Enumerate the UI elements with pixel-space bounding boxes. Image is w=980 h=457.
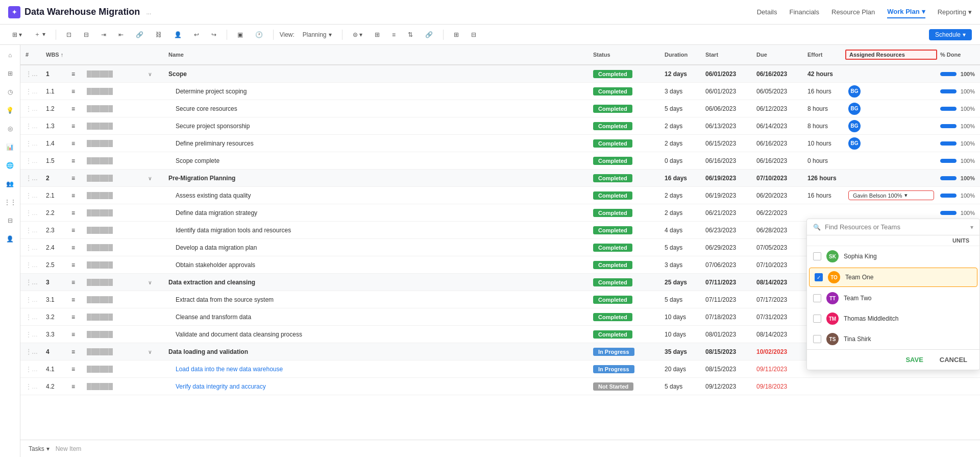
drag-handle[interactable]: ⋮⋮ 3 xyxy=(22,88,43,95)
sort-btn[interactable]: ⇅ xyxy=(404,29,417,40)
name-cell: Obtain stakeholder approvals xyxy=(165,261,590,269)
sidebar-lightbulb-icon[interactable]: 💡 xyxy=(4,104,16,116)
status-cell: Completed xyxy=(590,191,662,200)
drag-handle[interactable]: ⋮⋮ 13 xyxy=(22,261,43,269)
drag-handle[interactable]: ⋮⋮ 15 xyxy=(22,296,43,303)
drag-handle[interactable]: ⋮⋮ 6 xyxy=(22,140,43,147)
assigned-cell[interactable]: Gavin Belson 100% ▾ xyxy=(845,190,937,200)
gavin-tag[interactable]: Gavin Belson 100% ▾ xyxy=(848,190,934,200)
sidebar-clock-icon[interactable]: ◷ xyxy=(4,86,16,98)
icon-cell: ≡ xyxy=(68,88,84,95)
link2-btn[interactable]: 🔗 xyxy=(421,29,437,40)
gavin-dropdown-icon[interactable]: ▾ xyxy=(904,192,908,199)
sidebar-globe-icon[interactable]: 🌐 xyxy=(4,159,16,172)
sidebar-chart-icon[interactable]: 📊 xyxy=(4,141,16,153)
nav-work-plan[interactable]: Work Plan ▾ xyxy=(887,6,925,18)
add-btn[interactable]: ＋ ▾ xyxy=(30,28,49,41)
outdent-btn[interactable]: ⇤ xyxy=(114,29,128,40)
sidebar-stack-icon[interactable]: ⊟ xyxy=(4,214,16,227)
row-height-btn[interactable]: ≡ xyxy=(388,29,400,40)
status-cell: Completed xyxy=(590,87,662,95)
sophia-label: Sophia King xyxy=(844,253,877,260)
icon-cell: ≡ xyxy=(68,331,84,338)
drag-handle[interactable]: ⋮⋮ 2 xyxy=(22,70,43,78)
table-row: ⋮⋮ 4 1.2 ≡ ██████ Secure core resources … xyxy=(20,100,980,117)
nav-reporting[interactable]: Reporting ▾ xyxy=(938,6,972,18)
thomas-checkbox[interactable] xyxy=(813,315,821,323)
due-cell: 07/05/2023 xyxy=(753,244,804,251)
chain-btn[interactable]: ⛓ xyxy=(152,29,166,40)
drag-handle[interactable]: ⋮⋮ 18 xyxy=(22,348,43,355)
sep2 xyxy=(227,30,227,40)
drag-handle[interactable]: ⋮⋮ 8 xyxy=(22,175,43,182)
expand-btn[interactable]: ⊡ xyxy=(62,29,76,40)
drag-handle[interactable]: ⋮⋮ 14 xyxy=(22,279,43,286)
sophia-checkbox[interactable] xyxy=(813,252,821,260)
drag-handle[interactable]: ⋮⋮ 19 xyxy=(22,366,43,373)
drag-handle[interactable]: ⋮⋮ 4 xyxy=(22,105,43,112)
expand-cell[interactable]: ∨ xyxy=(145,175,165,182)
filter-btn[interactable]: ⊜ ▾ xyxy=(349,29,366,40)
sidebar-location-icon[interactable]: ◎ xyxy=(4,123,16,135)
save-button[interactable]: SAVE xyxy=(899,354,929,366)
tasks-dropdown-btn[interactable]: Tasks ▾ xyxy=(29,445,50,452)
new-item-btn[interactable]: New Item xyxy=(56,445,82,452)
team-two-checkbox[interactable] xyxy=(813,294,821,302)
task-btn[interactable]: ▣ xyxy=(233,29,247,40)
dropdown-item-sophia[interactable]: SK Sophia King xyxy=(807,246,979,267)
dropdown-item-tina[interactable]: TS Tina Shirk xyxy=(807,329,979,349)
status-cell: Completed xyxy=(590,296,662,304)
schedule-btn[interactable]: Schedule ▾ xyxy=(929,29,972,40)
effort-cell: 10 hours xyxy=(804,140,845,147)
columns-btn[interactable]: ⊞ xyxy=(371,29,384,40)
due-cell: 06/16/2023 xyxy=(753,70,804,78)
clock-btn[interactable]: 🕐 xyxy=(251,29,267,40)
link-btn[interactable]: 🔗 xyxy=(132,29,148,40)
start-cell: 06/23/2023 xyxy=(702,227,753,234)
assigned-cell: BG xyxy=(845,85,937,98)
drag-handle[interactable]: ⋮⋮ 10 xyxy=(22,209,43,217)
export-btn[interactable]: ⊟ xyxy=(467,29,480,40)
table-btn[interactable]: ⊞ xyxy=(450,29,463,40)
cancel-button[interactable]: CANCEL xyxy=(934,354,973,366)
sidebar-grid-icon[interactable]: ⊞ xyxy=(4,67,16,80)
nav-financials[interactable]: Financials xyxy=(789,6,819,18)
dropdown-item-thomas[interactable]: TM Thomas Middleditch xyxy=(807,308,979,329)
view-select-btn[interactable]: Planning ▾ xyxy=(299,29,336,40)
team-one-avatar: TO xyxy=(828,271,840,283)
expand-cell[interactable]: ∨ xyxy=(145,70,165,78)
drag-handle[interactable]: ⋮⋮ 11 xyxy=(22,227,43,234)
tasks-label: Tasks xyxy=(29,445,44,452)
tina-checkbox[interactable] xyxy=(813,335,821,343)
expand-cell[interactable]: ∨ xyxy=(145,279,165,286)
drag-handle[interactable]: ⋮⋮ 5 xyxy=(22,123,43,130)
indent-btn[interactable]: ⇥ xyxy=(97,29,110,40)
grid-view-btn[interactable]: ⊞ ▾ xyxy=(8,29,26,40)
resource-search-input[interactable] xyxy=(825,223,966,231)
start-cell: 08/15/2023 xyxy=(702,348,753,355)
sidebar-apps-icon[interactable]: ⋮⋮ xyxy=(4,196,16,208)
icon-cell: ≡ xyxy=(68,123,84,130)
expand-cell[interactable]: ∨ xyxy=(145,348,165,355)
sidebar-person-icon[interactable]: 👤 xyxy=(4,233,16,245)
th-status: Status xyxy=(590,52,662,58)
redo-btn[interactable]: ↪ xyxy=(207,29,220,40)
sidebar-home-icon[interactable]: ⌂ xyxy=(4,49,16,61)
status-cell: Completed xyxy=(590,70,662,78)
drag-handle[interactable]: ⋮⋮ 12 xyxy=(22,244,43,251)
dropdown-item-team-two[interactable]: TT Team Two xyxy=(807,288,979,308)
collapse-btn[interactable]: ⊟ xyxy=(80,29,93,40)
drag-handle[interactable]: ⋮⋮ 20 xyxy=(22,383,43,390)
drag-handle[interactable]: ⋮⋮ 7 xyxy=(22,157,43,164)
sidebar-people-icon[interactable]: 👥 xyxy=(4,178,16,190)
drag-handle[interactable]: ⋮⋮ 17 xyxy=(22,331,43,338)
team-one-checkbox[interactable]: ✓ xyxy=(815,273,823,281)
undo-btn[interactable]: ↩ xyxy=(190,29,203,40)
nav-resource-plan[interactable]: Resource Plan xyxy=(831,6,875,18)
drag-handle[interactable]: ⋮⋮ 9 xyxy=(22,192,43,199)
person-btn[interactable]: 👤 xyxy=(170,29,186,40)
dropdown-item-team-one[interactable]: ✓ TO Team One xyxy=(809,268,977,287)
nav-details[interactable]: Details xyxy=(757,6,777,18)
drag-handle[interactable]: ⋮⋮ 16 xyxy=(22,314,43,321)
sep4 xyxy=(342,30,342,40)
